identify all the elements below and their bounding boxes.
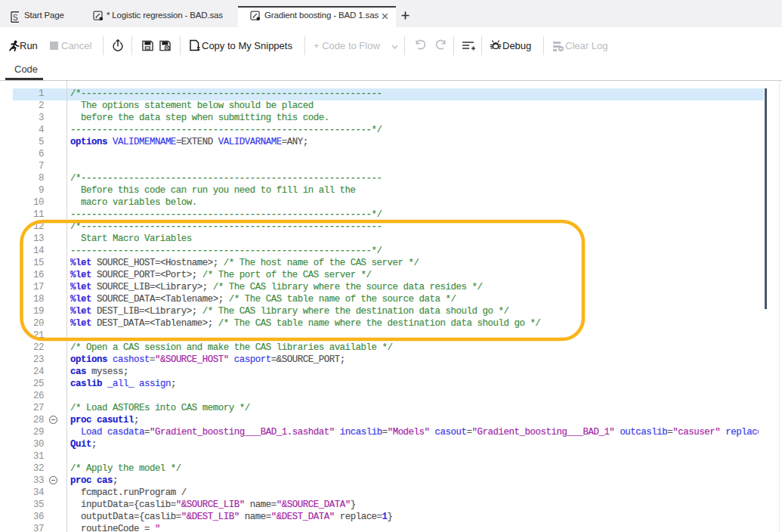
svg-text:S: S bbox=[13, 14, 18, 22]
